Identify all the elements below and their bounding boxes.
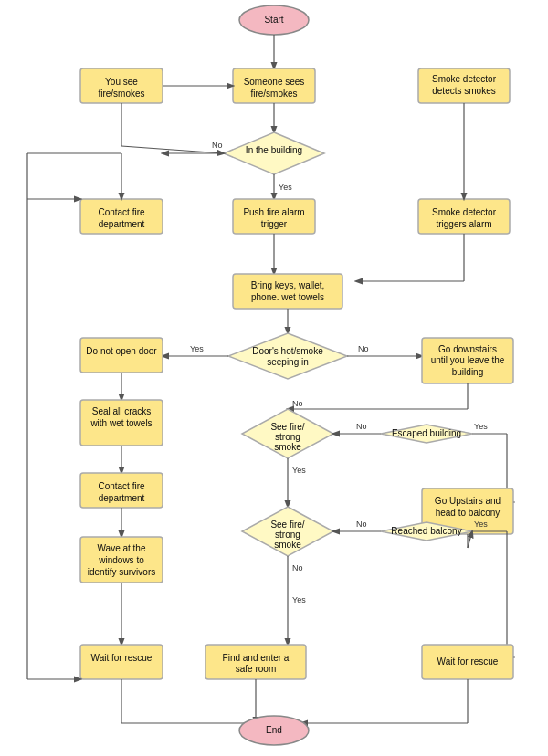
you-see-label: You see [105,77,138,87]
contact-fire1-label2: department [99,219,145,229]
go-downstairs-label2: until you leave the [431,355,505,365]
see-fire1-label: See fire/ [270,422,304,432]
wave-windows-label: Wave at the [98,543,146,553]
no-label-seef2: No [292,563,303,572]
yes-label-seef2: Yes [292,595,306,604]
seal-cracks-label2: with wet towels [90,418,152,428]
yes-label-reachedbalcony: Yes [474,520,488,529]
someone-sees-label2: fire/smokes [250,89,297,99]
seal-cracks-label: Seal all cracks [92,406,151,416]
reached-balcony-label: Reached balcony [391,526,461,536]
go-downstairs-label: Go downstairs [438,344,497,354]
see-fire2-label: See fire/ [270,520,304,530]
yes-label-seef1: Yes [292,466,306,475]
go-upstairs-label: Go Upstairs and [435,496,501,506]
bring-keys-label: Bring keys, wallet, [251,280,325,290]
yes-label-inbuilding: Yes [279,183,292,192]
no-label-inbuilding: No [212,141,223,150]
contact-fire1-label: Contact fire [98,207,145,217]
smoke-triggers-label: Smoke detector [432,207,497,217]
see-fire1-label3: smoke [274,442,301,452]
see-fire2-label3: smoke [274,540,301,550]
go-upstairs-label2: head to balcony [436,508,501,518]
smoke-detector-label: Smoke detector [432,74,497,84]
smoke-triggers-label2: triggers alarm [436,219,491,229]
wait-rescue1-label: Wait for rescue [91,653,153,663]
push-alarm-label: Push fire alarm [243,207,304,217]
start-label: Start [264,15,283,25]
you-see-label2: fire/smokes [98,89,144,99]
someone-sees-label: Someone sees [244,77,305,87]
no-label-seef1-top: No [292,399,303,408]
no-label-doorhot: No [358,344,369,353]
see-fire1-label2: strong [275,432,300,442]
find-safe-label2: safe room [236,664,276,674]
bring-keys-label2: phone. wet towels [251,292,324,302]
no-label-escaped: No [356,422,367,431]
go-downstairs-label3: building [452,367,483,377]
do-not-open-label: Do not open door [86,346,157,356]
push-alarm-label2: trigger [261,219,288,229]
door-hot-label: Door's hot/smoke [252,346,323,356]
escaped-label: Escaped building [392,428,461,438]
yes-label-escaped: Yes [474,422,488,431]
smoke-detector-label2: detects smokes [432,86,495,96]
in-building-label: In the building [246,145,302,155]
contact-fire2-label: Contact fire [98,481,145,491]
wait-rescue2-label: Wait for rescue [437,656,499,667]
wave-windows-label2: windows to [98,555,144,565]
wave-windows-label3: identify survivors [88,567,155,577]
find-safe-label: Find and enter a [223,653,290,663]
see-fire2-label2: strong [275,530,300,540]
end-label: End [266,725,282,735]
no-label-reachedbalcony: No [356,520,367,529]
line-yousee-to-diamond [121,146,224,153]
door-hot-label2: seeping in [267,357,309,367]
yes-label-doorhot: Yes [190,344,204,353]
contact-fire2-label2: department [99,493,145,503]
